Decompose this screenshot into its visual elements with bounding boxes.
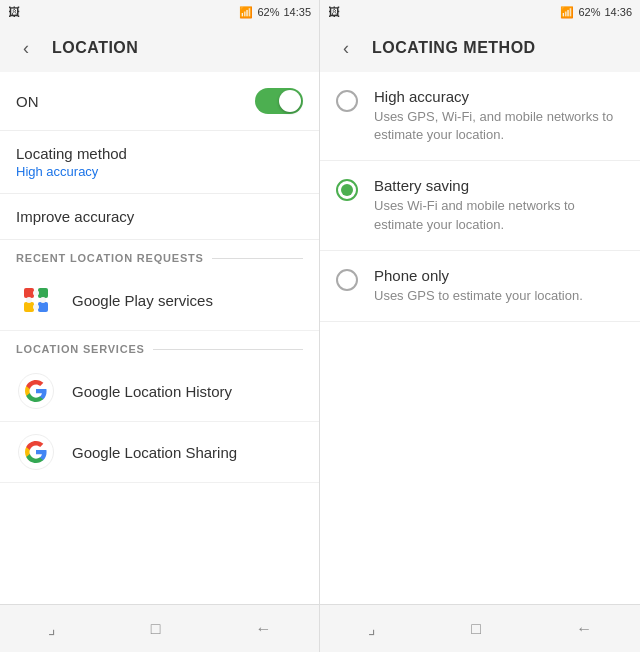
status-icons-right: 📶 62% 14:36 [560,6,632,19]
svg-rect-1 [24,288,34,298]
location-services-label: LOCATION SERVICES [16,343,145,355]
right-status-left-icon: 🖼 [328,5,340,19]
header-line-1 [212,258,303,259]
toggle-row[interactable]: ON [0,72,319,131]
home-btn-right[interactable]: □ [455,612,497,646]
left-panel: 🖼 📶 62% 14:35 ‹ LOCATION ON Locating met… [0,0,320,652]
google-play-services-item[interactable]: Google Play services [0,270,319,331]
svg-point-5 [33,290,39,296]
toggle-label: ON [16,93,39,110]
signal-icon-right: 📶 [560,6,574,19]
recent-apps-btn-right[interactable]: ⌟ [352,611,392,646]
left-content: ON Locating method High accuracy Improve… [0,72,319,604]
time-left: 14:35 [283,6,311,18]
svg-rect-2 [38,288,48,298]
bottom-nav-left: ⌟ □ ← [0,604,319,652]
phone-only-content: Phone only Uses GPS to estimate your loc… [374,267,583,305]
high-accuracy-content: High accuracy Uses GPS, Wi-Fi, and mobil… [374,88,624,144]
back-nav-btn-right[interactable]: ← [560,612,608,646]
right-panel: 🖼 📶 62% 14:36 ‹ LOCATING METHOD High acc… [320,0,640,652]
high-accuracy-title: High accuracy [374,88,624,105]
left-status-icon: 🖼 [8,5,20,19]
battery-saving-title: Battery saving [374,177,624,194]
locating-method-item[interactable]: Locating method High accuracy [0,131,319,194]
back-nav-btn-left[interactable]: ← [239,612,287,646]
header-line-2 [153,349,303,350]
battery-text: 62% [257,6,279,18]
right-content: High accuracy Uses GPS, Wi-Fi, and mobil… [320,72,640,604]
back-button-right[interactable]: ‹ [328,30,364,66]
page-title-right: LOCATING METHOD [372,39,536,57]
phone-only-radio[interactable] [336,269,358,291]
svg-rect-3 [24,302,34,312]
home-btn-left[interactable]: □ [135,612,177,646]
back-button-left[interactable]: ‹ [8,30,44,66]
locating-method-title: Locating method [16,145,303,162]
battery-text-right: 62% [578,6,600,18]
location-services-header: LOCATION SERVICES [0,331,319,361]
location-toggle[interactable] [255,88,303,114]
top-bar-left: ‹ LOCATION [0,24,319,72]
location-history-item[interactable]: Google Location History [0,361,319,422]
battery-saving-radio[interactable] [336,179,358,201]
high-accuracy-option[interactable]: High accuracy Uses GPS, Wi-Fi, and mobil… [320,72,640,161]
phone-only-title: Phone only [374,267,583,284]
bottom-nav-right: ⌟ □ ← [320,604,640,652]
svg-point-8 [33,304,39,310]
svg-rect-0 [18,282,54,318]
page-title-left: LOCATION [52,39,138,57]
recent-apps-btn-left[interactable]: ⌟ [32,611,72,646]
high-accuracy-subtitle: Uses GPS, Wi-Fi, and mobile networks to … [374,108,624,144]
location-sharing-icon [16,432,56,472]
recent-requests-header: RECENT LOCATION REQUESTS [0,240,319,270]
improve-accuracy-item[interactable]: Improve accuracy [0,194,319,240]
battery-saving-subtitle: Uses Wi-Fi and mobile networks to estima… [374,197,624,233]
high-accuracy-radio[interactable] [336,90,358,112]
locating-method-subtitle: High accuracy [16,164,303,179]
radio-selected-dot [341,184,353,196]
battery-saving-content: Battery saving Uses Wi-Fi and mobile net… [374,177,624,233]
signal-icon: 📶 [239,6,253,19]
svg-rect-4 [38,302,48,312]
improve-accuracy-title: Improve accuracy [16,208,303,225]
phone-only-option[interactable]: Phone only Uses GPS to estimate your loc… [320,251,640,322]
location-history-label: Google Location History [72,383,232,400]
status-icons-left: 📶 62% 14:35 [239,6,311,19]
status-bar-right: 🖼 📶 62% 14:36 [320,0,640,24]
recent-requests-label: RECENT LOCATION REQUESTS [16,252,204,264]
phone-only-subtitle: Uses GPS to estimate your location. [374,287,583,305]
battery-saving-option[interactable]: Battery saving Uses Wi-Fi and mobile net… [320,161,640,250]
location-sharing-label: Google Location Sharing [72,444,237,461]
play-services-icon [16,280,56,320]
location-history-icon [16,371,56,411]
top-bar-right: ‹ LOCATING METHOD [320,24,640,72]
status-bar-left: 🖼 📶 62% 14:35 [0,0,319,24]
location-sharing-item[interactable]: Google Location Sharing [0,422,319,483]
svg-point-7 [40,297,46,303]
play-services-label: Google Play services [72,292,213,309]
svg-point-6 [26,297,32,303]
time-right: 14:36 [604,6,632,18]
